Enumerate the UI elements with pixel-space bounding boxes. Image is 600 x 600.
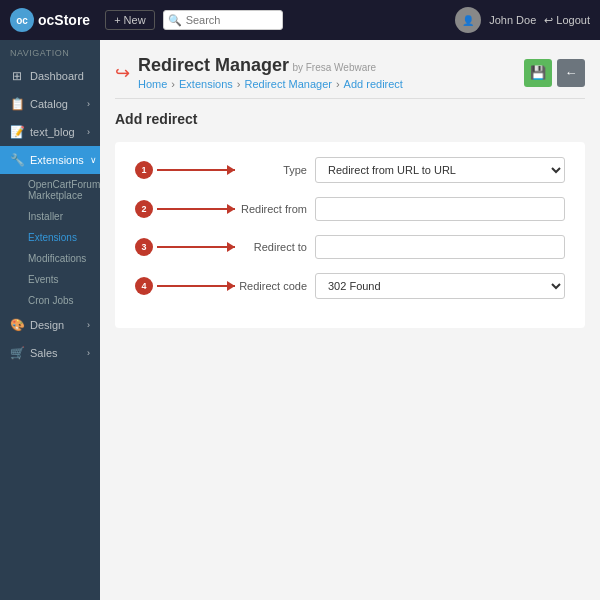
main-content: ↪ Redirect Manager by Fresa Webware Home… [100,40,600,600]
top-navbar: oc ocStore + New 🔍 👤 John Doe ↩ Logout [0,0,600,40]
redirect-to-input[interactable] [315,235,565,259]
arrow-line-3 [157,246,235,248]
logout-button[interactable]: ↩ Logout [544,14,590,27]
extensions-icon: 🔧 [10,153,24,167]
type-field-wrap: Redirect from URL to URL [315,157,565,183]
navbar-actions: + New 🔍 [105,10,283,30]
chevron-right-icon: › [87,99,90,109]
sidebar-subitem-modifications[interactable]: Modifications [0,248,100,269]
dashboard-icon: ⊞ [10,69,24,83]
sidebar-section-title: NAVIGATION [0,40,100,62]
sidebar-subitem-cron-jobs[interactable]: Cron Jobs [0,290,100,311]
sidebar: NAVIGATION ⊞ Dashboard 📋 Catalog › 📝 tex… [0,40,100,600]
form-row-redirect-from: 2 Redirect from [135,197,565,221]
breadcrumb-home[interactable]: Home [138,78,167,90]
section-title: Add redirect [115,111,585,127]
page-title: Redirect Manager [138,55,289,75]
sidebar-item-extensions[interactable]: 🔧 Extensions ∨ [0,146,100,174]
save-button[interactable]: 💾 [524,59,552,87]
sidebar-item-catalog[interactable]: 📋 Catalog › [0,90,100,118]
type-select[interactable]: Redirect from URL to URL [315,157,565,183]
label-redirect-to: Redirect to [235,241,315,253]
redirect-manager-icon: ↪ [115,62,130,84]
form-row-redirect-code: 4 Redirect code 301 Moved Permanently 30… [135,273,565,299]
breadcrumb-extensions[interactable]: Extensions [179,78,233,90]
arrow-area-redirect-from: 2 Redirect from [135,200,315,218]
navbar-right: 👤 John Doe ↩ Logout [455,7,590,33]
chevron-right-icon4: › [87,348,90,358]
avatar: 👤 [455,7,481,33]
form-container: 1 Type Redirect from URL to URL 2 Redire… [115,142,585,328]
form-row-redirect-to: 3 Redirect to [135,235,565,259]
redirect-code-field-wrap: 301 Moved Permanently 302 Found 303 See … [315,273,565,299]
sidebar-subitem-extensions[interactable]: Extensions [0,227,100,248]
sidebar-subitem-events[interactable]: Events [0,269,100,290]
breadcrumb: Home › Extensions › Redirect Manager › A… [138,78,403,90]
redirect-from-field-wrap [315,197,565,221]
sidebar-subitem-opencartforum[interactable]: OpenCartForum Marketplace [0,174,100,206]
redirect-code-select[interactable]: 301 Moved Permanently 302 Found 303 See … [315,273,565,299]
arrow-line-1 [157,169,235,171]
brand: oc ocStore [10,8,90,32]
label-redirect-from: Redirect from [235,203,315,215]
page-header-actions: 💾 ← [524,59,585,87]
design-icon: 🎨 [10,318,24,332]
arrow-area-type: 1 Type [135,161,315,179]
redirect-to-field-wrap [315,235,565,259]
logo-icon: oc [10,8,34,32]
title-block: Redirect Manager by Fresa Webware Home ›… [138,55,403,90]
label-redirect-code: Redirect code [235,280,315,292]
step-badge-4: 4 [135,277,153,295]
page-header: ↪ Redirect Manager by Fresa Webware Home… [115,55,585,99]
step-badge-1: 1 [135,161,153,179]
form-row-type: 1 Type Redirect from URL to URL [135,157,565,183]
back-button[interactable]: ← [557,59,585,87]
label-type: Type [235,164,315,176]
sidebar-item-design[interactable]: 🎨 Design › [0,311,100,339]
sidebar-item-sales[interactable]: 🛒 Sales › [0,339,100,367]
step-badge-3: 3 [135,238,153,256]
search-wrap: 🔍 [163,10,283,30]
arrow-line-2 [157,208,235,210]
new-button[interactable]: + New [105,10,155,30]
blog-icon: 📝 [10,125,24,139]
chevron-right-icon3: › [87,320,90,330]
chevron-down-icon: ∨ [90,155,97,165]
breadcrumb-redirect-manager[interactable]: Redirect Manager [245,78,332,90]
sales-icon: 🛒 [10,346,24,360]
sidebar-subitem-installer[interactable]: Installer [0,206,100,227]
arrow-area-redirect-code: 4 Redirect code [135,277,315,295]
arrow-line-4 [157,285,235,287]
user-name: John Doe [489,14,536,26]
page-title-by: by Fresa Webware [292,62,376,73]
catalog-icon: 📋 [10,97,24,111]
redirect-from-input[interactable] [315,197,565,221]
breadcrumb-current: Add redirect [344,78,403,90]
sidebar-item-dashboard[interactable]: ⊞ Dashboard [0,62,100,90]
step-badge-2: 2 [135,200,153,218]
sidebar-item-text-blog[interactable]: 📝 text_blog › [0,118,100,146]
chevron-right-icon2: › [87,127,90,137]
arrow-area-redirect-to: 3 Redirect to [135,238,315,256]
search-icon[interactable]: 🔍 [168,14,182,27]
page-header-left: ↪ Redirect Manager by Fresa Webware Home… [115,55,403,90]
